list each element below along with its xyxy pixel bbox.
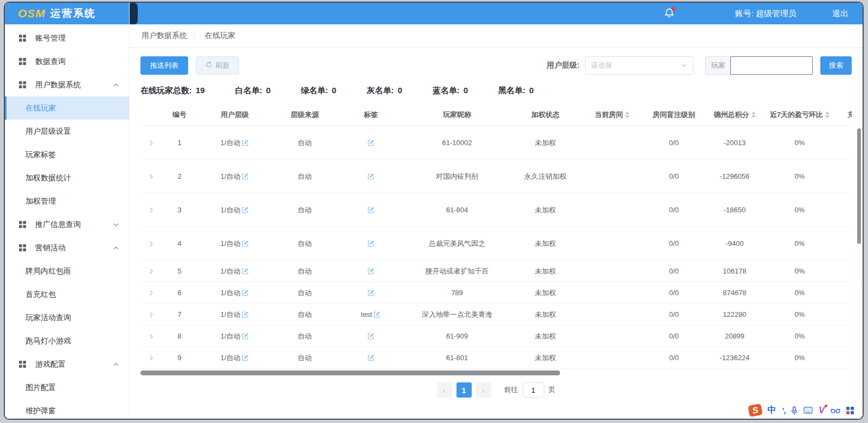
stat-total-online: 在线玩家总数:19 bbox=[140, 86, 205, 96]
row-expand-icon[interactable] bbox=[148, 268, 155, 275]
sogou-logo-icon[interactable]: S bbox=[749, 405, 762, 416]
sidebar-item-in-game-red-packet-rain[interactable]: 牌局内红包雨 bbox=[5, 259, 129, 283]
row-expand-icon[interactable] bbox=[148, 290, 155, 296]
player-search-input[interactable] bbox=[730, 56, 813, 75]
row-expand-icon[interactable] bbox=[148, 355, 155, 361]
breadcrumb-parent[interactable]: 用户数据系统 bbox=[142, 31, 187, 41]
cell-ratio: 0% bbox=[764, 172, 835, 180]
cell-blind: 0/0 bbox=[669, 206, 679, 214]
refresh-icon bbox=[205, 61, 213, 70]
cell-source: 自动 bbox=[298, 239, 312, 249]
sidebar-item-weight-data-stats[interactable]: 加权数据统计 bbox=[5, 166, 129, 190]
col-room[interactable]: 当前房间 bbox=[582, 110, 642, 120]
vertical-scrollbar-thumb[interactable] bbox=[857, 128, 861, 244]
sidebar-item-marketing-activities[interactable]: 营销活动 bbox=[5, 236, 129, 259]
cell-blind: 0/0 bbox=[642, 139, 705, 147]
edit-icon[interactable] bbox=[368, 333, 375, 340]
row-expand-icon[interactable] bbox=[148, 333, 155, 340]
stat-label: 蓝名单: bbox=[433, 86, 460, 95]
sidebar-item-image-config[interactable]: 图片配置 bbox=[5, 376, 129, 399]
edit-icon[interactable] bbox=[242, 333, 249, 340]
edit-icon[interactable] bbox=[242, 289, 249, 296]
sort-caret-icon[interactable] bbox=[625, 112, 629, 118]
sidebar-item-label: 图片配置 bbox=[25, 383, 56, 393]
more-grid-icon[interactable] bbox=[846, 407, 854, 414]
cell-tag bbox=[337, 354, 405, 361]
refresh-button[interactable]: 刷新 bbox=[196, 56, 239, 75]
sidebar-item-data-query[interactable]: 数据查询 bbox=[5, 50, 129, 73]
edit-icon[interactable] bbox=[242, 173, 249, 180]
sidebar-item-user-level-settings[interactable]: 用户层级设置 bbox=[5, 120, 129, 143]
edit-icon[interactable] bbox=[374, 311, 381, 318]
prev-page-button[interactable]: ‹ bbox=[437, 382, 452, 398]
edit-icon[interactable] bbox=[242, 268, 249, 275]
push-list-button[interactable]: 推送列表 bbox=[140, 56, 188, 75]
punctuation-icon[interactable]: ’, bbox=[782, 406, 786, 415]
voice-input-icon[interactable] bbox=[791, 406, 798, 415]
goto-page-input[interactable] bbox=[523, 382, 544, 398]
row-expand-icon[interactable] bbox=[148, 207, 155, 213]
edit-icon[interactable] bbox=[368, 289, 375, 296]
edit-icon[interactable] bbox=[368, 240, 375, 247]
edit-icon[interactable] bbox=[368, 139, 375, 146]
sidebar-item-account-management[interactable]: 账号管理 bbox=[5, 27, 129, 50]
horizontal-scrollbar-thumb[interactable] bbox=[140, 370, 560, 375]
row-expand-icon[interactable] bbox=[148, 240, 155, 247]
sidebar-item-weight-management[interactable]: 加权管理 bbox=[5, 190, 129, 213]
sidebar-item-promo-info-query[interactable]: 推广信息查询 bbox=[5, 213, 129, 236]
virtual-keyboard-icon[interactable] bbox=[803, 407, 813, 414]
sidebar-item-online-players[interactable]: 在线玩家 bbox=[5, 96, 129, 120]
sort-caret-icon[interactable] bbox=[751, 112, 756, 118]
user-level-select[interactable]: 请选择 bbox=[585, 56, 693, 75]
edit-icon[interactable] bbox=[368, 206, 375, 213]
sidebar-item-player-tags[interactable]: 玩家标签 bbox=[5, 143, 129, 166]
logout-button[interactable]: 退出 bbox=[832, 3, 848, 24]
cell-level: 1/自动 bbox=[221, 205, 241, 215]
row-expand-icon[interactable] bbox=[148, 140, 155, 146]
edit-icon[interactable] bbox=[368, 354, 375, 361]
edit-icon[interactable] bbox=[242, 139, 249, 146]
edit-icon[interactable] bbox=[242, 354, 249, 361]
row-expand-icon[interactable] bbox=[148, 173, 155, 180]
sidebar-item-label: 维护弹窗 bbox=[25, 406, 56, 416]
cell-weight_status: 未加权 bbox=[509, 353, 582, 363]
skin-center-icon[interactable]: V bbox=[819, 406, 825, 415]
notification-bell-icon[interactable] bbox=[664, 8, 676, 19]
sidebar-item-player-activity-query[interactable]: 玩家活动查询 bbox=[5, 306, 129, 329]
row-expand-icon[interactable] bbox=[148, 311, 155, 318]
sidebar-item-label: 玩家标签 bbox=[25, 150, 56, 160]
cell-nickname: 61-804 bbox=[405, 206, 509, 214]
cell-weight_status: 未加权 bbox=[509, 239, 582, 249]
cell-blind: 0/0 bbox=[642, 172, 705, 180]
stat-whitelist: 白名单:0 bbox=[235, 86, 271, 96]
sidebar-item-user-data-system[interactable]: 用户数据系统 bbox=[5, 73, 129, 96]
toolbar: 推送列表 刷新 用户层级: 请选择 玩家 搜索 bbox=[140, 56, 852, 75]
col-label: 加权状态 bbox=[531, 110, 560, 120]
col-ratio[interactable]: 近7天的盈亏环比 bbox=[764, 110, 835, 120]
notification-badge bbox=[672, 7, 676, 11]
toolbox-icon[interactable] bbox=[831, 407, 840, 414]
sidebar-item-maintenance-popup[interactable]: 维护弹窗 bbox=[5, 399, 129, 420]
edit-icon[interactable] bbox=[242, 240, 249, 247]
next-page-button[interactable]: › bbox=[476, 382, 491, 398]
sort-caret-icon[interactable] bbox=[825, 112, 830, 118]
edit-icon[interactable] bbox=[368, 173, 375, 180]
chinese-mode-icon[interactable]: 中 bbox=[768, 405, 776, 416]
page-1-button[interactable]: 1 bbox=[456, 382, 472, 398]
edit-icon[interactable] bbox=[242, 206, 249, 213]
cell-weight_status: 未加权 bbox=[535, 331, 556, 341]
cell-blind: 0/0 bbox=[669, 332, 679, 340]
cell-ratio: 0% bbox=[795, 354, 805, 362]
cell-score: -18650 bbox=[705, 206, 764, 214]
col-label: 近7天的盈亏环比 bbox=[770, 110, 823, 120]
refresh-label: 刷新 bbox=[215, 61, 229, 70]
col-score[interactable]: 德州总积分 bbox=[705, 110, 764, 120]
search-button[interactable]: 搜索 bbox=[820, 56, 852, 75]
sidebar-item-marquee-mini-game[interactable]: 跑马灯小游戏 bbox=[5, 329, 129, 353]
cell-ratio: 0% bbox=[764, 267, 835, 275]
sidebar-item-game-config[interactable]: 游戏配置 bbox=[5, 353, 129, 376]
sidebar-item-first-charge-red-packet[interactable]: 首充红包 bbox=[5, 283, 129, 306]
cell-nickname: 61-909 bbox=[446, 332, 468, 340]
edit-icon[interactable] bbox=[368, 268, 375, 275]
edit-icon[interactable] bbox=[242, 311, 249, 318]
